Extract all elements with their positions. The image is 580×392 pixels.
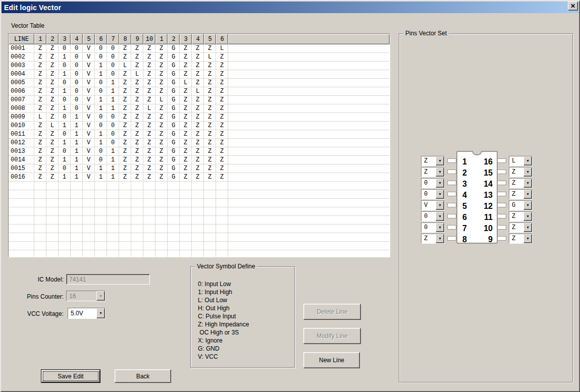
vector-cell[interactable]: Z <box>46 139 59 147</box>
vector-cell[interactable]: 0 <box>95 53 107 62</box>
vector-cell[interactable]: 0 <box>95 44 107 53</box>
vector-cell[interactable]: Z <box>143 70 155 79</box>
vector-cell[interactable]: Z <box>216 147 228 156</box>
vector-cell[interactable]: 1 <box>107 96 119 104</box>
vector-cell[interactable]: Z <box>34 62 46 70</box>
vector-cell[interactable]: 0 <box>107 139 119 147</box>
vector-cell[interactable]: Z <box>180 113 192 122</box>
vector-cell[interactable]: Z <box>155 156 168 164</box>
vector-cell[interactable]: Z <box>216 156 228 164</box>
vector-cell[interactable]: 1 <box>95 104 107 113</box>
vector-cell[interactable]: L <box>119 62 131 70</box>
dropdown-arrow-icon[interactable]: ▼ <box>436 167 444 177</box>
line-number-cell[interactable]: 0001 <box>9 44 34 53</box>
vector-cell[interactable]: Z <box>192 53 204 62</box>
pin-16-vector-select[interactable]: L▼ <box>509 156 533 166</box>
vector-cell[interactable]: 0 <box>71 44 83 53</box>
dropdown-arrow-icon[interactable]: ▼ <box>96 308 105 318</box>
vector-cell[interactable]: 0 <box>95 147 107 156</box>
dropdown-arrow-icon[interactable]: ▼ <box>436 234 444 243</box>
vector-cell[interactable]: 1 <box>71 122 83 130</box>
table-row[interactable]: 0016ZZ11V11ZZZZGZZZZ <box>9 173 390 182</box>
vector-cell[interactable]: G <box>168 87 180 96</box>
vector-cell[interactable]: Z <box>216 139 228 147</box>
vector-cell[interactable]: Z <box>216 53 228 62</box>
pin-13-vector-select[interactable]: Z▼ <box>509 189 533 199</box>
vector-cell[interactable]: Z <box>131 173 143 182</box>
vector-cell[interactable]: 1 <box>107 79 119 87</box>
vector-cell[interactable]: L <box>155 96 168 104</box>
dropdown-arrow-icon[interactable]: ▼ <box>436 212 444 221</box>
vector-cell[interactable]: G <box>168 139 180 147</box>
line-number-cell[interactable]: 0014 <box>9 156 34 164</box>
vector-cell[interactable]: Z <box>46 130 59 139</box>
vector-cell[interactable]: Z <box>204 96 216 104</box>
vector-cell[interactable]: 0 <box>59 164 71 173</box>
vector-cell[interactable]: 0 <box>107 70 119 79</box>
vector-cell[interactable]: L <box>180 79 192 87</box>
vector-cell[interactable]: Z <box>119 113 131 122</box>
table-row[interactable]: 0004ZZ10V10ZLZZGZZZZ <box>9 70 390 79</box>
vector-cell[interactable]: V <box>83 44 95 53</box>
vector-cell[interactable]: Z <box>119 53 131 62</box>
vector-cell[interactable]: Z <box>131 122 143 130</box>
vector-cell[interactable]: Z <box>155 79 168 87</box>
vector-cell[interactable]: 1 <box>95 130 107 139</box>
table-row[interactable]: 0007ZZ00V11ZZZLGZZZZ <box>9 96 390 104</box>
vector-cell[interactable]: G <box>168 156 180 164</box>
vector-cell[interactable]: G <box>168 147 180 156</box>
line-number-cell[interactable]: 0004 <box>9 70 34 79</box>
table-row[interactable]: 0011ZZ01V10ZZZZGZZZZ <box>9 130 390 139</box>
vector-cell[interactable]: 0 <box>95 79 107 87</box>
line-number-cell[interactable]: 0015 <box>9 164 34 173</box>
vector-cell[interactable]: Z <box>143 96 155 104</box>
vector-cell[interactable]: Z <box>155 62 168 70</box>
vector-cell[interactable]: Z <box>131 53 143 62</box>
vector-cell[interactable]: Z <box>143 79 155 87</box>
vector-cell[interactable]: 1 <box>95 96 107 104</box>
vector-cell[interactable]: V <box>83 147 95 156</box>
vector-cell[interactable]: G <box>168 70 180 79</box>
line-number-cell[interactable]: 0011 <box>9 130 34 139</box>
vector-cell[interactable]: Z <box>180 156 192 164</box>
vector-cell[interactable]: Z <box>192 96 204 104</box>
vector-cell[interactable]: Z <box>204 122 216 130</box>
vector-cell[interactable]: Z <box>204 156 216 164</box>
vector-cell[interactable]: 0 <box>59 62 71 70</box>
vector-cell[interactable]: Z <box>180 130 192 139</box>
vector-cell[interactable]: 0 <box>59 113 71 122</box>
line-number-cell[interactable]: 0003 <box>9 62 34 70</box>
vector-cell[interactable]: Z <box>46 79 59 87</box>
vector-cell[interactable]: Z <box>192 147 204 156</box>
vector-cell[interactable]: V <box>83 104 95 113</box>
vector-cell[interactable]: Z <box>180 104 192 113</box>
vector-cell[interactable]: V <box>83 113 95 122</box>
dropdown-arrow-icon[interactable]: ▼ <box>523 234 532 243</box>
vector-cell[interactable]: Z <box>180 173 192 182</box>
vector-cell[interactable]: 1 <box>59 173 71 182</box>
vector-cell[interactable]: L <box>34 113 46 122</box>
vector-cell[interactable]: Z <box>155 53 168 62</box>
vector-cell[interactable]: G <box>168 113 180 122</box>
line-number-cell[interactable]: 0002 <box>9 53 34 62</box>
table-row[interactable]: 0001ZZ00V00ZZZZGZZZL <box>9 44 390 53</box>
vector-cell[interactable]: 1 <box>71 164 83 173</box>
vector-cell[interactable]: Z <box>180 44 192 53</box>
vector-cell[interactable]: 0 <box>71 96 83 104</box>
vector-cell[interactable]: Z <box>34 96 46 104</box>
vector-cell[interactable]: 0 <box>71 87 83 96</box>
vector-cell[interactable]: Z <box>216 173 228 182</box>
pin-5-vector-select[interactable]: V▼ <box>421 200 445 210</box>
vector-cell[interactable]: 1 <box>59 87 71 96</box>
dropdown-arrow-icon[interactable]: ▼ <box>523 179 532 188</box>
table-row[interactable]: 0009LZ01V00ZZZZGZZZZ <box>9 113 390 122</box>
vector-cell[interactable]: Z <box>155 173 168 182</box>
vector-cell[interactable]: 0 <box>95 122 107 130</box>
vector-cell[interactable]: Z <box>131 104 143 113</box>
vector-cell[interactable]: Z <box>192 62 204 70</box>
vector-cell[interactable]: Z <box>119 139 131 147</box>
vector-cell[interactable]: L <box>216 44 228 53</box>
vector-cell[interactable]: Z <box>155 130 168 139</box>
pin-2-vector-select[interactable]: Z▼ <box>421 167 445 177</box>
vector-cell[interactable]: 0 <box>59 79 71 87</box>
